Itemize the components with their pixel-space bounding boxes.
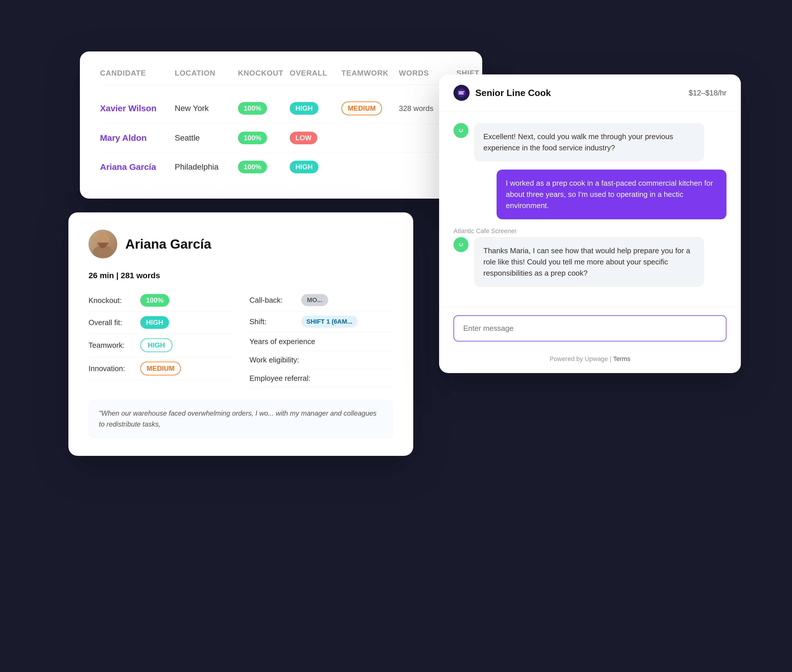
- profile-quote: "When our warehouse faced overwhelming o…: [88, 399, 393, 438]
- chat-price: $12–$18/hr: [688, 88, 726, 98]
- col-candidate: CANDIDATE: [100, 69, 175, 78]
- chat-input-area[interactable]: [439, 307, 741, 349]
- candidate-name[interactable]: Xavier Wilson: [100, 104, 175, 113]
- bot-message: Thanks Maria, I can see how that would h…: [453, 237, 726, 287]
- overall-value: HIGH: [140, 316, 169, 329]
- avatar-image: [88, 230, 117, 258]
- candidate-name[interactable]: Mary Aldon: [100, 133, 175, 143]
- knockout-badge: 100%: [238, 132, 267, 144]
- message-bubble: I worked as a prep cook in a fast-paced …: [497, 170, 726, 219]
- label-referral: Employee referral:: [250, 374, 310, 383]
- innovation-value: MEDIUM: [140, 362, 181, 375]
- candidate-location: New York: [175, 104, 238, 113]
- table-row[interactable]: Mary Aldon Seattle 100% LOW: [100, 123, 462, 153]
- table-header: CANDIDATE LOCATION KNOCKOUT OVERALL TEAM…: [100, 69, 462, 85]
- chat-header: Senior Line Cook $12–$18/hr: [439, 74, 741, 112]
- bot-message-with-label: Atlantic Cafe Screener Thanks Maria, I c…: [453, 227, 726, 287]
- candidate-profile-card: Ariana García 26 min | 281 words Knockou…: [69, 213, 413, 456]
- profile-row-callback: Call-back: MO...: [250, 290, 393, 311]
- profile-row-experience: Years of experience: [250, 333, 393, 351]
- screener-label: Atlantic Cafe Screener: [453, 227, 726, 235]
- svg-point-6: [462, 243, 463, 244]
- bot-avatar-2: [453, 237, 469, 252]
- svg-point-3: [462, 129, 463, 130]
- teamwork-value: HIGH: [140, 338, 173, 352]
- candidate-name[interactable]: Ariana García: [100, 162, 175, 172]
- bot-avatar: [453, 123, 469, 138]
- profile-row-knockout: Knockout: 100%: [88, 290, 232, 312]
- knockout-value: 100%: [140, 294, 169, 307]
- knockout-badge: 100%: [238, 102, 267, 115]
- label-innovation: Innovation:: [88, 364, 134, 373]
- label-eligibility: Work eligibility:: [250, 355, 299, 365]
- chat-widget: Senior Line Cook $12–$18/hr Excellent! N…: [439, 74, 741, 373]
- profile-header: Ariana García: [88, 230, 393, 258]
- profile-stats-grid: Knockout: 100% Overall fit: HIGH Teamwor…: [88, 290, 393, 388]
- message-bubble: Excellent! Next, could you walk me throu…: [474, 123, 704, 162]
- label-shift: Shift:: [250, 317, 295, 326]
- svg-point-1: [457, 126, 465, 134]
- col-location: LOCATION: [175, 69, 238, 78]
- chat-title: Senior Line Cook: [475, 88, 551, 98]
- profile-meta: 26 min | 281 words: [88, 271, 393, 280]
- chat-logo: [453, 85, 470, 101]
- shift-value: SHIFT 1 (6AM...: [301, 315, 357, 328]
- profile-row-referral: Employee referral:: [250, 370, 393, 388]
- svg-point-2: [459, 129, 460, 130]
- label-experience: Years of experience: [250, 337, 315, 346]
- chat-header-left: Senior Line Cook: [453, 85, 551, 101]
- svg-point-4: [457, 241, 465, 249]
- knockout-badge: 100%: [238, 161, 267, 173]
- terms-link[interactable]: Terms: [613, 355, 630, 362]
- chat-messages: Excellent! Next, could you walk me throu…: [439, 112, 741, 307]
- callback-value: MO...: [301, 294, 328, 306]
- candidates-table-card: CANDIDATE LOCATION KNOCKOUT OVERALL TEAM…: [80, 51, 482, 198]
- table-row[interactable]: Xavier Wilson New York 100% HIGH MEDIUM …: [100, 93, 462, 123]
- candidate-location: Philadelphia: [175, 162, 238, 171]
- profile-row-shift: Shift: SHIFT 1 (6AM...: [250, 311, 393, 333]
- label-knockout: Knockout:: [88, 296, 134, 305]
- col-knockout: KNOCKOUT: [238, 69, 290, 78]
- profile-row-eligibility: Work eligibility:: [250, 351, 393, 370]
- svg-point-5: [459, 243, 460, 244]
- user-message: I worked as a prep cook in a fast-paced …: [453, 170, 726, 219]
- candidate-location: Seattle: [175, 133, 238, 142]
- col-overall: OVERALL: [290, 69, 341, 78]
- chat-footer: Powered by Upwage | Terms: [439, 349, 741, 373]
- profile-stats-left: Knockout: 100% Overall fit: HIGH Teamwor…: [88, 290, 232, 388]
- teamwork-badge: MEDIUM: [341, 101, 382, 115]
- col-teamwork: TEAMWORK: [341, 69, 399, 78]
- label-teamwork: Teamwork:: [88, 341, 134, 350]
- message-input[interactable]: [453, 315, 726, 341]
- profile-row-overall: Overall fit: HIGH: [88, 312, 232, 334]
- profile-stats-right: Call-back: MO... Shift: SHIFT 1 (6AM... …: [250, 290, 393, 388]
- overall-badge: LOW: [290, 132, 317, 144]
- label-overall: Overall fit:: [88, 318, 134, 327]
- message-bubble: Thanks Maria, I can see how that would h…: [474, 237, 704, 287]
- avatar: [88, 230, 117, 258]
- label-callback: Call-back:: [250, 296, 295, 305]
- footer-text: Powered by Upwage |: [550, 355, 613, 362]
- table-row[interactable]: Ariana García Philadelphia 100% HIGH: [100, 153, 462, 181]
- profile-row-innovation: Innovation: MEDIUM: [88, 357, 232, 380]
- profile-name: Ariana García: [125, 236, 211, 252]
- overall-badge: HIGH: [290, 102, 318, 115]
- overall-badge: HIGH: [290, 161, 318, 173]
- profile-row-teamwork: Teamwork: HIGH: [88, 334, 232, 357]
- bot-message: Excellent! Next, could you walk me throu…: [453, 123, 726, 162]
